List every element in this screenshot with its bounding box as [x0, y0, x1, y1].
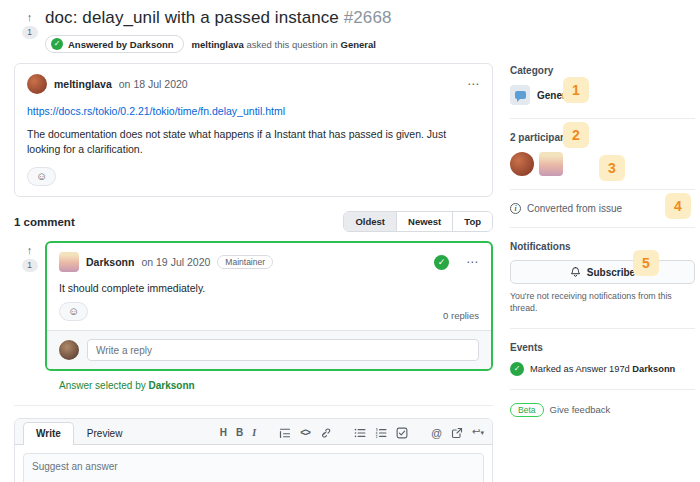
upvote-icon[interactable]: ↑ [27, 12, 33, 23]
smiley-icon: ☺ [36, 170, 47, 182]
asked-by-line: meltinglava asked this question in Gener… [192, 39, 376, 50]
sort-oldest-button[interactable]: Oldest [344, 212, 396, 231]
section-divider [14, 405, 493, 406]
category-row[interactable]: General [510, 85, 695, 105]
answer-selected-note: Answer selected by Darksonn [59, 380, 493, 391]
info-icon: i [510, 203, 521, 214]
composer-tabbar: Write Preview H B I <> [15, 419, 492, 445]
question-body: The documentation does not state what ha… [27, 127, 480, 157]
participant-avatar[interactable] [539, 152, 563, 176]
link-icon[interactable] [319, 427, 331, 439]
sidebar-divider [510, 328, 695, 329]
give-feedback-link[interactable]: Give feedback [550, 404, 611, 415]
sort-top-button[interactable]: Top [452, 212, 492, 231]
events-label: Events [510, 342, 695, 353]
cross-reference-icon[interactable] [451, 427, 463, 439]
kebab-menu-icon[interactable]: ⋯ [467, 79, 480, 89]
sidebar-divider [510, 227, 695, 228]
tab-preview[interactable]: Preview [74, 422, 136, 444]
event-user[interactable]: Darksonn [632, 364, 675, 374]
answer-textarea[interactable] [24, 454, 483, 482]
quote-icon[interactable] [279, 427, 291, 439]
italic-icon[interactable]: I [252, 427, 256, 439]
heading-icon[interactable]: H [220, 427, 227, 439]
upvote-icon[interactable]: ↑ [27, 245, 33, 256]
discussion-sidebar: Category General 2 participants i Conver… [510, 63, 695, 482]
marked-answer-check-icon[interactable]: ✓ [434, 255, 449, 270]
category-link[interactable]: General [341, 39, 376, 50]
notifications-label: Notifications [510, 241, 695, 252]
kebab-menu-icon[interactable]: ⋯ [466, 257, 479, 267]
upvote-count[interactable]: 1 [22, 259, 38, 272]
discussion-main: meltinglava on 18 Jul 2020 ⋯ https://doc… [14, 63, 493, 482]
category-emoji-icon [510, 85, 530, 105]
current-user-avatar [59, 340, 79, 360]
event-marked-as-answer: ✓ Marked as Answer 197d Darksonn [510, 362, 695, 376]
comment-date: on 18 Jul 2020 [119, 78, 188, 90]
replies-count: 0 replies [443, 310, 479, 321]
reply-section [47, 330, 491, 369]
participants-label: 2 participants [510, 132, 695, 143]
ordered-list-icon[interactable] [375, 427, 387, 439]
answer-vote-control: ↑ 1 [14, 241, 45, 371]
bold-icon[interactable]: B [236, 427, 243, 439]
sidebar-divider [510, 118, 695, 119]
page-title: doc: delay_unil with a passed instance #… [45, 8, 686, 28]
sort-segmented-control: Oldest Newest Top [343, 211, 493, 232]
discussion-header: ↑ 1 doc: delay_unil with a passed instan… [0, 0, 700, 53]
answer-body: It should complete immediately. [59, 282, 479, 294]
chevron-down-icon: ▾ [480, 429, 484, 436]
sort-newest-button[interactable]: Newest [396, 212, 452, 231]
markdown-toolbar: H B I <> @ ↩▾ [220, 426, 484, 444]
category-label: Category [510, 65, 695, 76]
event-time: 197d [609, 364, 630, 374]
emoji-reaction-button[interactable]: ☺ [27, 167, 56, 186]
maintainer-badge: Maintainer [217, 255, 273, 269]
avatar[interactable] [27, 74, 47, 94]
sidebar-divider [510, 389, 695, 390]
annotation-badge-2: 2 [563, 122, 589, 148]
mention-icon[interactable]: @ [431, 427, 442, 439]
annotation-badge-3: 3 [599, 155, 625, 181]
check-icon: ✓ [510, 362, 524, 376]
smiley-icon: ☺ [68, 305, 79, 317]
saved-replies-icon[interactable]: ↩▾ [472, 426, 484, 439]
unordered-list-icon[interactable] [354, 427, 366, 439]
participant-avatar[interactable] [510, 152, 534, 176]
asker-username[interactable]: meltinglava [192, 39, 244, 50]
code-icon[interactable]: <> [300, 427, 310, 439]
comments-header: 1 comment Oldest Newest Top [14, 211, 493, 232]
reply-input[interactable] [87, 339, 479, 361]
question-comment: meltinglava on 18 Jul 2020 ⋯ https://doc… [14, 63, 493, 197]
upvote-count[interactable]: 1 [22, 26, 38, 39]
comment-date: on 19 Jul 2020 [141, 256, 210, 268]
discussion-page: ↑ 1 doc: delay_unil with a passed instan… [0, 0, 700, 482]
task-list-icon[interactable] [396, 427, 408, 439]
check-icon: ✓ [51, 38, 63, 50]
beta-badge: Beta [510, 403, 544, 417]
discussion-number: #2668 [344, 8, 392, 27]
emoji-reaction-button[interactable]: ☺ [59, 302, 88, 321]
notifications-caption: You're not receiving notifications from … [510, 291, 695, 315]
annotation-badge-1: 1 [563, 77, 589, 103]
subscribe-button[interactable]: Subscribe [510, 260, 695, 284]
avatar[interactable] [59, 252, 79, 272]
title-text: doc: delay_unil with a passed instance [45, 8, 339, 27]
comment-count: 1 comment [14, 216, 75, 228]
question-vote-control: ↑ 1 [14, 8, 45, 53]
question-link[interactable]: https://docs.rs/tokio/0.2.21/tokio/time/… [27, 105, 480, 117]
answered-badge: ✓Answered by Darksonn [45, 35, 184, 53]
bell-icon [570, 266, 581, 278]
annotation-badge-4: 4 [665, 193, 691, 219]
tab-write[interactable]: Write [23, 422, 74, 445]
annotation-badge-5: 5 [633, 250, 659, 276]
answer-comment: Darksonn on 19 Jul 2020 Maintainer ✓ ⋯ I… [45, 241, 493, 371]
answer-composer: Write Preview H B I <> [14, 418, 493, 482]
sidebar-divider [510, 189, 695, 190]
comment-author[interactable]: Darksonn [86, 256, 134, 268]
comment-author[interactable]: meltinglava [54, 78, 112, 90]
selector-username[interactable]: Darksonn [149, 380, 195, 391]
